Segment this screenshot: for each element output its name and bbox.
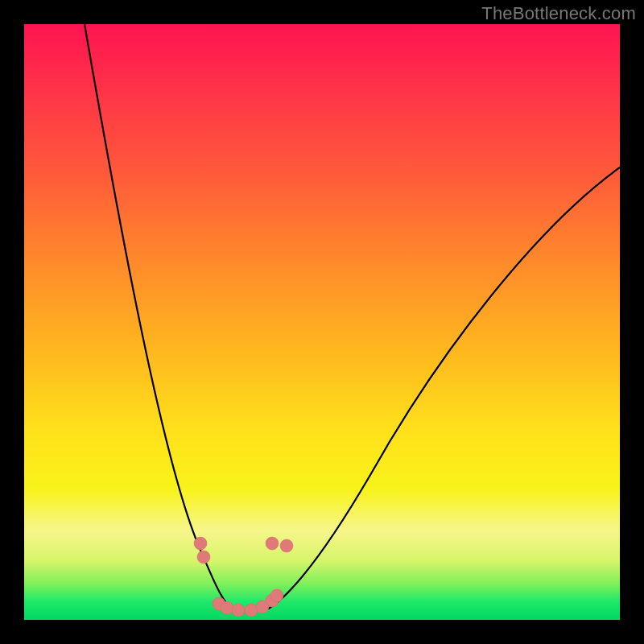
data-marker xyxy=(245,604,258,617)
data-marker xyxy=(194,537,207,550)
watermark-text: TheBottleneck.com xyxy=(481,3,636,24)
plot-area xyxy=(24,24,620,620)
data-marker xyxy=(266,537,279,550)
bottleneck-curve-left xyxy=(85,24,233,610)
data-marker xyxy=(280,539,293,552)
data-marker xyxy=(232,604,245,617)
curves-svg xyxy=(24,24,620,620)
data-marker xyxy=(197,551,210,564)
data-marker xyxy=(270,589,283,602)
data-marker xyxy=(221,601,233,614)
bottleneck-curve-right xyxy=(266,167,620,610)
chart-frame: TheBottleneck.com xyxy=(0,0,644,644)
